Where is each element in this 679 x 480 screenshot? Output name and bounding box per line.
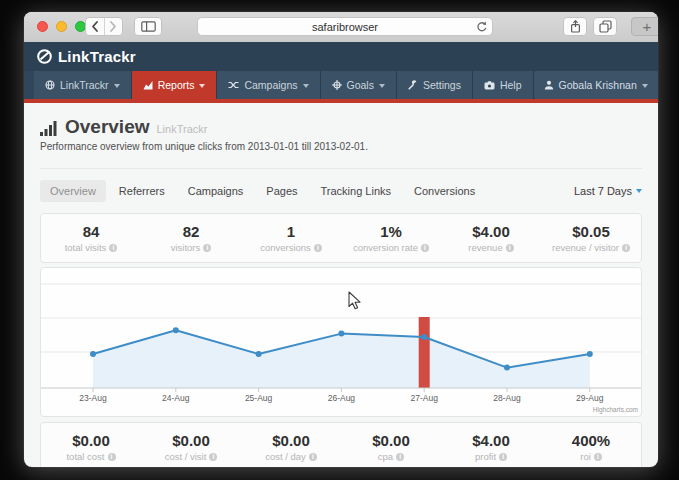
top-stats-card: 84total visitsi82visitorsi1conversionsi1… (40, 213, 642, 263)
tab-campaigns[interactable]: Campaigns (178, 180, 254, 202)
stat-value: $0.05 (541, 223, 641, 240)
linktrackr-logo-icon (36, 48, 53, 65)
forward-button[interactable] (105, 18, 123, 35)
sidebar-button[interactable] (134, 17, 162, 36)
share-button[interactable] (563, 17, 587, 36)
info-icon[interactable]: i (109, 244, 117, 252)
info-icon[interactable]: i (108, 453, 116, 461)
nav-item-label: LinkTrackr (60, 79, 109, 91)
stat-profit: $4.00profiti (441, 432, 541, 462)
info-icon[interactable]: i (314, 244, 322, 252)
stat-visitors: 82visitorsi (141, 223, 241, 253)
stat-label: cost / dayi (241, 451, 341, 462)
site-logo-text: LinkTrackr (58, 48, 136, 65)
history-nav-group (85, 17, 123, 36)
reload-icon (476, 21, 487, 33)
info-icon[interactable]: i (622, 244, 630, 252)
highcharts-credit-link[interactable]: Highcharts.com (593, 406, 638, 414)
tab-pages[interactable]: Pages (256, 180, 307, 202)
info-icon[interactable]: i (396, 453, 404, 461)
page-head: Overview LinkTrackr Performance overview… (40, 116, 642, 152)
stat-cpa: $0.00cpai (341, 432, 441, 462)
nav-item-label: Reports (158, 79, 195, 91)
show-tabs-button[interactable] (593, 17, 617, 36)
x-axis-label: 26-Aug (328, 393, 356, 403)
conversion-bar[interactable] (419, 317, 430, 388)
info-icon[interactable]: i (203, 244, 211, 252)
user-menu[interactable]: Gobala Krishnan (534, 71, 658, 99)
date-range-label: Last 7 Days (574, 185, 632, 197)
data-point[interactable] (504, 365, 510, 371)
stat-label: cpai (341, 451, 441, 462)
nav-item-linktrackr[interactable]: LinkTrackr (34, 71, 132, 99)
stat-roi: 400%roii (541, 432, 641, 462)
address-bar-text: safaribrowser (312, 21, 378, 33)
stat-total-cost: $0.00total costi (41, 432, 141, 462)
tab-conversions[interactable]: Conversions (404, 180, 485, 202)
page-title: Overview (65, 116, 150, 138)
data-point[interactable] (90, 351, 96, 357)
nav-item-settings[interactable]: Settings (397, 71, 473, 99)
main-nav: LinkTrackrReportsCampaignsGoalsSettingsH… (24, 71, 658, 103)
tab-tracking-links[interactable]: Tracking Links (311, 180, 402, 202)
info-icon[interactable]: i (209, 453, 217, 461)
x-axis-label: 23-Aug (79, 393, 107, 403)
shuffle-icon (228, 80, 239, 90)
nav-item-label: Goals (347, 79, 374, 91)
date-range-selector[interactable]: Last 7 Days (574, 185, 642, 197)
x-axis-label: 28-Aug (493, 393, 521, 403)
user-icon (544, 80, 554, 90)
site-logo[interactable]: LinkTrackr (36, 48, 136, 65)
nav-item-goals[interactable]: Goals (321, 71, 397, 99)
data-point[interactable] (587, 351, 593, 357)
stat-label: total costi (41, 451, 141, 462)
x-axis-label: 25-Aug (245, 393, 273, 403)
bottom-stats-card: $0.00total costi$0.00cost / visiti$0.00c… (40, 422, 642, 467)
sidebar-icon (141, 21, 156, 32)
nav-item-reports[interactable]: Reports (132, 71, 218, 99)
info-icon[interactable]: i (506, 244, 514, 252)
info-icon[interactable]: i (309, 453, 317, 461)
stat-label: revenuei (441, 242, 541, 253)
page-title-suffix: LinkTrackr (157, 123, 208, 135)
nav-item-label: Help (500, 79, 522, 91)
info-icon[interactable]: i (499, 453, 507, 461)
data-point[interactable] (338, 331, 344, 337)
chevron-left-icon (91, 21, 99, 32)
close-window-button[interactable] (37, 21, 48, 32)
page-subtitle: Performance overview from unique clicks … (40, 141, 642, 152)
stat-conversion-rate: 1%conversion ratei (341, 223, 441, 253)
tab-referrers[interactable]: Referrers (109, 180, 175, 202)
stat-revenue: $4.00revenuei (441, 223, 541, 253)
report-tabs: OverviewReferrersCampaignsPagesTracking … (40, 180, 642, 202)
stat-total-visits: 84total visitsi (41, 223, 141, 253)
chevron-down-icon (636, 189, 642, 193)
reload-button[interactable] (476, 21, 487, 35)
address-bar[interactable]: safaribrowser (197, 17, 493, 36)
x-axis-label: 27-Aug (410, 393, 438, 403)
data-point[interactable] (421, 334, 427, 340)
chevron-down-icon (303, 84, 309, 88)
stat-value: 1 (241, 223, 341, 240)
visits-area-fill (93, 330, 590, 388)
info-icon[interactable]: i (421, 244, 429, 252)
stat-label: visitorsi (141, 242, 241, 253)
stat-cost-visit: $0.00cost / visiti (141, 432, 241, 462)
stat-value: $4.00 (441, 432, 541, 449)
visits-chart-card: 23-Aug24-Aug25-Aug26-Aug27-Aug28-Aug29-A… (40, 267, 642, 417)
nav-item-campaigns[interactable]: Campaigns (217, 71, 320, 99)
tab-overview[interactable]: Overview (40, 180, 106, 202)
stat-value: $4.00 (441, 223, 541, 240)
stat-value: $0.00 (141, 432, 241, 449)
wrench-icon (408, 80, 418, 90)
minimize-window-button[interactable] (56, 21, 67, 32)
nav-item-help[interactable]: Help (473, 71, 534, 99)
info-icon[interactable]: i (594, 453, 602, 461)
browser-titlebar: safaribrowser + (24, 12, 658, 43)
data-point[interactable] (256, 351, 262, 357)
back-button[interactable] (86, 18, 105, 35)
new-tab-button[interactable]: + (631, 17, 658, 36)
stat-value: 1% (341, 223, 441, 240)
data-point[interactable] (173, 327, 179, 333)
stat-value: 82 (141, 223, 241, 240)
